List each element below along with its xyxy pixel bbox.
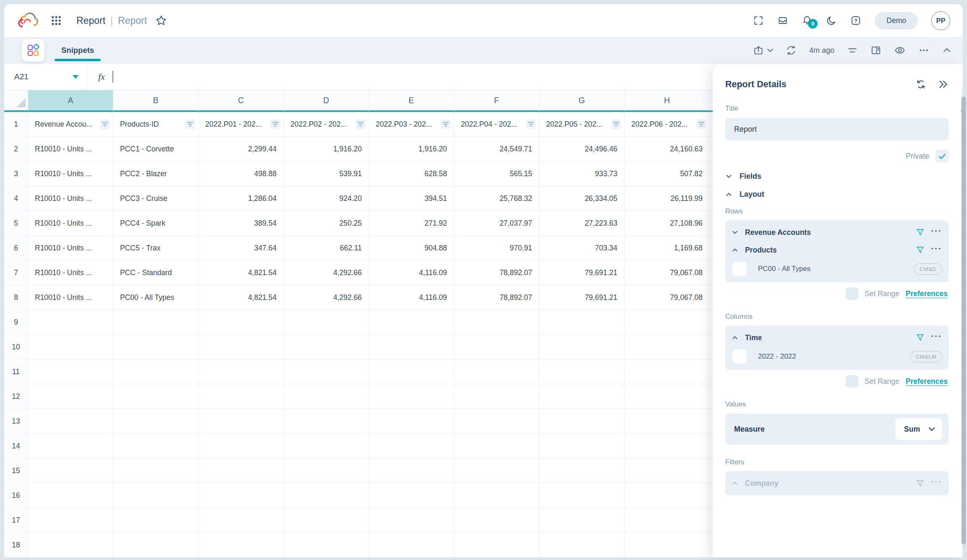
environment-badge[interactable]: Demo: [875, 12, 918, 29]
row-header-14[interactable]: 14: [4, 434, 28, 458]
grid-cell[interactable]: [539, 508, 625, 533]
grid-cell[interactable]: PCC3 - Cruise: [113, 186, 199, 211]
row-header-7[interactable]: 7: [4, 260, 28, 285]
row-header-11[interactable]: 11: [4, 359, 28, 384]
dimension-revenue-accounts[interactable]: Revenue Accounts ···: [732, 224, 942, 241]
column-filter-icon[interactable]: [441, 119, 451, 129]
more-options-icon[interactable]: ···: [931, 246, 942, 254]
more-options-icon[interactable]: ···: [931, 479, 942, 487]
grid-cell[interactable]: Revenue Accou...: [28, 112, 113, 137]
grid-cell[interactable]: 250.25: [284, 211, 369, 236]
grid-cell[interactable]: [369, 335, 454, 359]
grid-cell[interactable]: [28, 335, 113, 359]
grid-cell[interactable]: PCC1 - Corvette: [113, 137, 199, 161]
dark-mode-moon-icon[interactable]: [826, 15, 837, 26]
grid-cell[interactable]: [454, 508, 539, 533]
side-panel-icon[interactable]: [870, 45, 881, 56]
column-filter-icon[interactable]: [185, 119, 195, 129]
member-checkbox[interactable]: [732, 349, 747, 364]
column-header-E[interactable]: E: [369, 90, 454, 112]
grid-cell[interactable]: [625, 359, 710, 384]
grid-cell[interactable]: 27,223.63: [539, 211, 625, 236]
set-range-checkbox[interactable]: [846, 375, 858, 388]
grid-cell[interactable]: [284, 384, 369, 409]
grid-cell[interactable]: [28, 508, 113, 533]
grid-cell[interactable]: 539.91: [284, 161, 369, 186]
grid-cell[interactable]: [539, 335, 625, 359]
grid-cell[interactable]: 4,116.09: [369, 285, 454, 310]
grid-cell[interactable]: 2022.P04 - 202...: [454, 112, 539, 137]
name-box-caret-icon[interactable]: [73, 75, 78, 79]
cell-name-box[interactable]: A21: [4, 64, 87, 90]
grid-cell[interactable]: [199, 335, 284, 359]
column-filter-icon[interactable]: [355, 119, 366, 129]
grid-cell[interactable]: PCC2 - Blazer: [113, 161, 199, 186]
grid-cell[interactable]: [199, 508, 284, 533]
select-all-corner[interactable]: [4, 90, 28, 112]
grid-cell[interactable]: [369, 483, 454, 508]
grid-cell[interactable]: [199, 384, 284, 409]
row-header-6[interactable]: 6: [4, 236, 28, 260]
grid-cell[interactable]: R10010 - Units ...: [28, 236, 113, 260]
grid-cell[interactable]: [113, 310, 199, 335]
grid-cell[interactable]: [625, 533, 710, 557]
vertical-scrollbar[interactable]: [962, 96, 966, 544]
refresh-icon[interactable]: [786, 45, 797, 56]
grid-cell[interactable]: [454, 409, 539, 434]
fullscreen-icon[interactable]: [753, 15, 764, 26]
preferences-link[interactable]: Preferences: [906, 377, 948, 386]
grid-cell[interactable]: 1,916.20: [369, 137, 454, 161]
grid-cell[interactable]: 1,169.68: [625, 236, 710, 260]
grid-cell[interactable]: [369, 434, 454, 458]
grid-cell[interactable]: 924.20: [284, 186, 369, 211]
grid-cell[interactable]: 347.64: [199, 236, 284, 260]
more-options-icon[interactable]: ···: [931, 229, 942, 236]
grid-cell[interactable]: 27,108.96: [625, 211, 710, 236]
dimension-time[interactable]: Time ···: [732, 329, 942, 346]
grid-cell[interactable]: 2022.P05 - 202...: [539, 112, 625, 137]
user-avatar[interactable]: PP: [931, 11, 950, 30]
grid-cell[interactable]: [199, 310, 284, 335]
grid-cell[interactable]: 2022.P03 - 202...: [369, 112, 454, 137]
row-header-13[interactable]: 13: [4, 409, 28, 434]
grid-cell[interactable]: 498.88: [199, 161, 284, 186]
grid-cell[interactable]: [284, 483, 369, 508]
dimension-company[interactable]: Company ···: [732, 474, 942, 492]
grid-cell[interactable]: R10010 - Units ...: [28, 161, 113, 186]
grid-cell[interactable]: 1,286.04: [199, 186, 284, 211]
grid-cell[interactable]: [113, 458, 199, 483]
grid-cell[interactable]: 2022.P02 - 202...: [284, 112, 369, 137]
aggregation-select[interactable]: Sum: [895, 418, 942, 440]
grid-cell[interactable]: [539, 458, 625, 483]
dimension-products[interactable]: Products ···: [732, 241, 942, 259]
column-filter-icon[interactable]: [270, 119, 280, 129]
row-header-8[interactable]: 8: [4, 285, 28, 310]
grid-cell[interactable]: [113, 483, 199, 508]
grid-cell[interactable]: [113, 533, 199, 557]
grid-cell[interactable]: [113, 384, 199, 409]
grid-cell[interactable]: [369, 384, 454, 409]
row-header-3[interactable]: 3: [4, 161, 28, 186]
grid-cell[interactable]: [625, 458, 710, 483]
grid-cell[interactable]: [369, 533, 454, 557]
collapse-panel-icon[interactable]: [938, 79, 949, 90]
apps-grid-icon[interactable]: [50, 15, 62, 26]
more-options-icon[interactable]: ···: [931, 334, 942, 341]
section-layout[interactable]: Layout: [725, 190, 949, 199]
column-header-A[interactable]: A: [28, 90, 113, 112]
grid-cell[interactable]: [284, 458, 369, 483]
grid-cell[interactable]: 24,549.71: [454, 137, 539, 161]
grid-cell[interactable]: [284, 409, 369, 434]
grid-cell[interactable]: 24,496.46: [539, 137, 625, 161]
grid-cell[interactable]: 26,119.99: [625, 186, 710, 211]
filter-funnel-icon[interactable]: [916, 333, 925, 342]
grid-cell[interactable]: [454, 310, 539, 335]
grid-cell[interactable]: 933.73: [539, 161, 625, 186]
grid-cell[interactable]: [539, 533, 625, 557]
grid-cell[interactable]: [539, 310, 625, 335]
filter-funnel-icon[interactable]: [916, 246, 925, 255]
grid-cell[interactable]: 4,116.09: [369, 260, 454, 285]
grid-cell[interactable]: [454, 434, 539, 458]
grid-cell[interactable]: 628.58: [369, 161, 454, 186]
grid-cell[interactable]: [28, 409, 113, 434]
